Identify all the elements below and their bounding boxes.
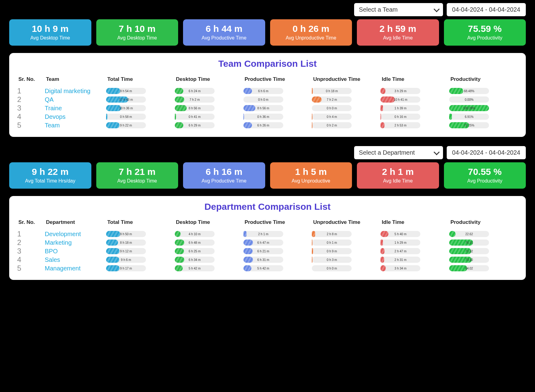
department-cell: BPO [45,248,106,255]
metric-cell: 6 h 31 m [243,257,312,263]
team-link[interactable]: QA [45,96,54,103]
department-link[interactable]: Sales [45,256,60,263]
progress-pill: 6 h 26 m [243,122,283,128]
card-label: Avg Productivity [446,178,524,184]
progress-label: 9 h 6 m [121,258,131,262]
progress-fill [380,265,386,271]
sr-no: 5 [17,121,45,130]
team-summary-cards: 10 h 9 mAvg Desktop Time7 h 10 mAvg Desk… [9,19,526,46]
card-label: Avg Total Time Hrs/day [12,178,89,184]
progress-label: 6 h 21 m [257,250,269,253]
metric-cell: 5 h 40 m [380,231,449,237]
team-select[interactable]: Select a Team [354,3,443,16]
department-cell: Sales [45,256,106,263]
department-cell: Development [45,231,106,238]
progress-fill [106,114,107,120]
chevron-down-icon [434,149,440,155]
card-value: 2 h 1 m [359,167,437,177]
metric-cell: 9 h 12 m [106,248,175,254]
progress-label: 9 h 12 m [120,250,132,253]
progress-pill: 3 h 34 m [380,265,420,271]
progress-pill: 0 h 1 m [312,239,352,246]
column-header: Total Time [106,217,175,230]
metric-cell: 5 h 42 m [243,265,312,271]
card-value: 2 h 59 m [359,24,437,34]
team-cell: QA [45,96,106,103]
metric-cell: 9 h 50 m [106,231,175,237]
card-label: Avg Desktop Time [99,35,176,41]
card-value: 10 h 9 m [12,24,89,34]
progress-pill: 0 h 36 m [243,114,283,120]
sr-no: 3 [17,247,45,255]
progress-pill: 1 h 39 m [380,105,420,111]
progress-label: 6 h 26 m [257,124,269,127]
progress-pill: 0 h 2 m [312,122,352,128]
progress-label: 8 h 18 m [120,241,132,244]
progress-label: 6 h 34 m [189,258,201,262]
progress-fill [106,122,120,128]
summary-card: 70.55 %Avg Productivity [444,162,526,189]
progress-pill: 2 h 53 m [380,122,420,128]
department-link[interactable]: Development [45,231,81,237]
progress-label: 73.10 [465,258,473,262]
progress-fill [312,114,312,120]
dept-select[interactable]: Select a Department [354,146,443,159]
progress-label: 2 h 1 m [258,232,268,236]
progress-label: 72.25% [464,124,474,127]
progress-fill [380,122,384,128]
progress-label: 9 h 22 m [120,124,132,127]
metric-cell: 9 h 54 m [106,88,175,94]
team-date-range[interactable]: 04-04-2024 - 04-04-2024 [447,3,526,16]
department-link[interactable]: Management [45,265,81,272]
team-cell: Team [45,122,106,129]
column-header: Productive Time [243,217,312,230]
metric-cell: 0 h 4 m [312,114,380,120]
progress-pill: 8 h 18 m [106,239,146,246]
progress-label: 9 h 54 m [120,89,132,93]
progress-pill: 6 h 21 m [243,248,283,254]
metric-cell: 17 h 43 m [106,96,175,103]
team-link[interactable]: Team [45,122,60,129]
summary-card: 9 h 22 mAvg Total Time Hrs/day [9,162,91,189]
progress-label: 22.62 [465,232,473,236]
summary-card: 2 h 1 mAvg Idle Time [357,162,439,189]
team-comparison-grid: Sr. No.TeamTotal TimeDesktop TimeProduct… [17,74,518,130]
progress-label: 7 h 2 m [189,98,200,101]
progress-label: 71.32 [465,250,473,253]
metric-cell: 0 h 0 m [312,105,380,111]
team-link[interactable]: Devops [45,113,66,120]
team-link[interactable]: Digital marketing [45,88,90,94]
progress-fill [380,96,395,103]
card-value: 9 h 22 m [12,167,89,177]
progress-pill: 7 h 2 m [312,96,352,103]
metric-cell: 3 h 34 m [380,265,449,271]
dept-date-range[interactable]: 04-04-2024 - 04-04-2024 [447,146,526,159]
progress-pill: 0 h 16 m [380,114,420,120]
progress-pill: 0 h 58 m [106,114,146,120]
progress-pill: 17 h 43 m [106,96,146,103]
team-filter-bar: Select a Team 04-04-2024 - 04-04-2024 [9,3,526,16]
dept-comparison-title: Department Comparison List [17,202,518,212]
column-header: Idle Time [380,217,449,230]
metric-cell: 0 h 18 m [312,88,380,94]
department-link[interactable]: Marketing [45,239,72,246]
progress-label: 68.48% [464,89,474,93]
card-value: 70.55 % [446,167,524,177]
progress-pill: 76.11 [449,239,489,246]
progress-fill [175,231,181,237]
team-link[interactable]: Traine [45,105,62,111]
sr-no: 2 [17,95,45,104]
progress-pill: 68.48% [449,88,489,94]
progress-pill: 64.02 [449,265,489,271]
progress-fill [243,105,255,111]
department-link[interactable]: BPO [45,248,58,254]
summary-card: 6 h 44 mAvg Productive Time [183,19,265,46]
metric-cell: 6 h 29 m [175,122,243,128]
progress-pill: 9 h 22 m [106,122,146,128]
progress-fill [175,257,184,263]
progress-label: 0 h 2 m [327,124,337,127]
metric-cell: 4 h 10 m [175,231,243,237]
progress-pill: 22.62 [449,231,489,237]
progress-pill: 0 h 41 m [175,114,215,120]
progress-label: 0 h 0 m [258,98,268,101]
